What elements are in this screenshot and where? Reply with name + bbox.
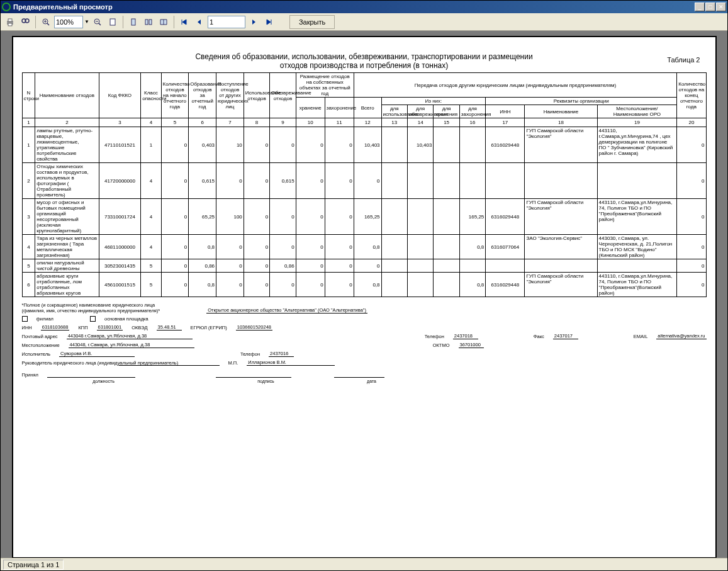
two-page-icon[interactable] [142, 15, 155, 29]
report-table: N строки Наименование отходов Код ФККО К… [22, 72, 707, 297]
th-name: Наименование отходов [35, 73, 99, 118]
svg-rect-3 [8, 23, 12, 26]
mainsite-checkbox[interactable] [90, 316, 96, 322]
print-icon[interactable] [3, 15, 17, 29]
svg-rect-14 [132, 19, 135, 25]
svg-point-0 [3, 3, 10, 11]
svg-rect-2 [8, 19, 12, 21]
th-req: Реквизиты организации [486, 98, 677, 105]
th-qtyend: Количество отходов на конец отчетного го… [677, 73, 706, 118]
zoom-out-icon[interactable] [91, 15, 104, 29]
minimize-button[interactable]: _ [695, 3, 705, 11]
th-used: Использование отходов [244, 73, 269, 118]
th-formed: Образование отходов за отчетный год [189, 73, 216, 118]
th-qtystart: Количество отходов на начало отчетного г… [161, 73, 189, 118]
status-page: Страница 1 из 1 [3, 560, 64, 570]
page-input[interactable] [208, 16, 245, 28]
window-title: Предварительный просмотр [13, 3, 695, 11]
close-button[interactable]: Закрыть [289, 15, 335, 29]
report-title: Сведения об образовании, использовании, … [41, 52, 688, 70]
th-inn: ИНН [486, 105, 525, 118]
table-body: 1лампы ртутные, ртутно-кварцевые, люмине… [22, 127, 706, 297]
th-received: Поступление отходов от других юридически… [216, 73, 244, 118]
th-forstorage: для хранения [434, 105, 459, 118]
table-row: 3мусор от офисных и бытовых помещений ор… [22, 199, 706, 235]
th-code: Код ФККО [99, 73, 141, 118]
th-orgname: Наименование [525, 105, 597, 118]
svg-line-11 [99, 23, 101, 25]
table-row: 2Отходы химических составов и продуктов,… [22, 163, 706, 199]
zoom-in-icon[interactable] [39, 15, 53, 29]
statusbar: Страница 1 из 1 [1, 558, 727, 570]
content-area: Таблица 2 Сведения об образовании, испол… [1, 31, 727, 558]
single-page-icon[interactable] [126, 15, 140, 29]
toolbar: ▼ Закрыть [1, 13, 727, 31]
th-total: Всего [354, 98, 381, 118]
th-n: N строки [22, 73, 35, 118]
close-window-button[interactable]: ✕ [716, 3, 726, 11]
th-forneutral: для обезвреживания [407, 105, 433, 118]
table-row: 4Тара из черных металлов загрязненная ( … [22, 235, 706, 259]
th-locoro: Местоположение/ Наименование ОРО [597, 105, 677, 118]
th-foruse: для использования [381, 105, 407, 118]
last-page-icon[interactable] [262, 15, 276, 29]
next-page-icon[interactable] [247, 15, 260, 29]
th-burial: захоронение [325, 98, 354, 118]
svg-rect-16 [149, 20, 152, 25]
filial-checkbox[interactable] [22, 316, 28, 322]
search-icon[interactable] [18, 15, 32, 29]
report-page: Таблица 2 Сведения об образовании, испол… [12, 36, 717, 558]
table-row: 6абразивные круги отработанные, лом отра… [22, 273, 706, 297]
table-row: 5опилки натуральной чистой древесины3052… [22, 259, 706, 273]
prev-page-icon[interactable] [193, 15, 206, 29]
zoom-input[interactable] [54, 16, 83, 28]
svg-rect-13 [110, 19, 115, 25]
book-view-icon[interactable] [157, 15, 171, 29]
th-storage: хранение [296, 98, 325, 118]
table-label: Таблица 2 [667, 56, 700, 64]
report-footer: *Полное (и сокращенное) наименование юри… [22, 302, 707, 383]
th-forburial: для захоронения [459, 105, 485, 118]
app-icon [2, 3, 11, 11]
column-numbers-row: 1234567891011121314151617181920 [22, 118, 706, 127]
first-page-icon[interactable] [177, 15, 191, 29]
titlebar: Предварительный просмотр _ □ ✕ [1, 1, 727, 13]
th-class: Класс опасности [141, 73, 161, 118]
svg-rect-15 [145, 20, 148, 25]
maximize-button[interactable]: □ [705, 3, 715, 11]
th-neutral: Обезвреживание отходов [270, 73, 296, 118]
fit-page-icon[interactable] [106, 15, 120, 29]
th-transfer: Передача отходов другим юридическим лица… [354, 73, 677, 98]
svg-line-7 [47, 23, 49, 25]
preview-window: Предварительный просмотр _ □ ✕ ▼ Закрыть… [0, 0, 728, 571]
th-ofwhich: Из них: [381, 98, 486, 105]
table-row: 1лампы ртутные, ртутно-кварцевые, люмине… [22, 127, 706, 163]
